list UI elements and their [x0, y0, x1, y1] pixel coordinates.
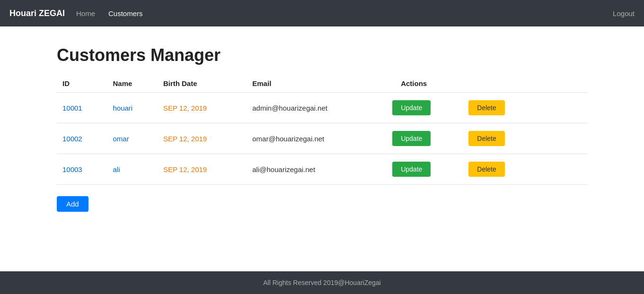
nav-link-customers[interactable]: Customers	[106, 7, 145, 20]
footer-text: All Rights Reserved 2019@HouariZegai	[263, 279, 380, 286]
table-row: 10002 omar SEP 12, 2019 omar@houarizegai…	[57, 123, 587, 154]
nav-brand[interactable]: Houari ZEGAI	[9, 9, 65, 18]
update-button[interactable]: Update	[392, 131, 431, 146]
cell-email: ali@houarizegai.net	[247, 154, 387, 185]
logout-button[interactable]: Logout	[613, 9, 635, 17]
delete-button[interactable]: Delete	[468, 100, 504, 115]
col-actions: Actions	[387, 75, 587, 93]
cell-name: houari	[107, 93, 157, 123]
customers-table: ID Name Birth Date Email Actions 10001 h…	[57, 75, 587, 185]
cell-id: 10003	[57, 154, 107, 185]
table-row: 10001 houari SEP 12, 2019 admin@houarize…	[57, 93, 587, 123]
page-title: Customers Manager	[57, 45, 587, 65]
cell-email: omar@houarizegai.net	[247, 123, 387, 154]
col-id: ID	[57, 75, 107, 93]
col-birth-date: Birth Date	[158, 75, 247, 93]
cell-id: 10001	[57, 93, 107, 123]
update-button[interactable]: Update	[392, 162, 431, 177]
delete-button[interactable]: Delete	[468, 162, 504, 177]
delete-button[interactable]: Delete	[468, 131, 504, 146]
cell-birth-date: SEP 12, 2019	[158, 123, 247, 154]
add-button[interactable]: Add	[57, 196, 88, 212]
cell-birth-date: SEP 12, 2019	[158, 93, 247, 123]
col-email: Email	[247, 75, 387, 93]
cell-actions: Update Delete	[387, 93, 587, 123]
cell-birth-date: SEP 12, 2019	[158, 154, 247, 185]
footer: All Rights Reserved 2019@HouariZegai	[0, 271, 644, 294]
nav-left: Houari ZEGAI Home Customers	[9, 7, 145, 20]
cell-actions: Update Delete	[387, 154, 587, 185]
nav-link-home[interactable]: Home	[74, 7, 97, 20]
navbar: Houari ZEGAI Home Customers Logout	[0, 0, 644, 26]
update-button[interactable]: Update	[392, 100, 431, 115]
table-row: 10003 ali SEP 12, 2019 ali@houarizegai.n…	[57, 154, 587, 185]
cell-id: 10002	[57, 123, 107, 154]
cell-actions: Update Delete	[387, 123, 587, 154]
col-name: Name	[107, 75, 157, 93]
cell-name: omar	[107, 123, 157, 154]
main-content: Customers Manager ID Name Birth Date Ema…	[0, 26, 644, 271]
cell-name: ali	[107, 154, 157, 185]
cell-email: admin@houarizegai.net	[247, 93, 387, 123]
